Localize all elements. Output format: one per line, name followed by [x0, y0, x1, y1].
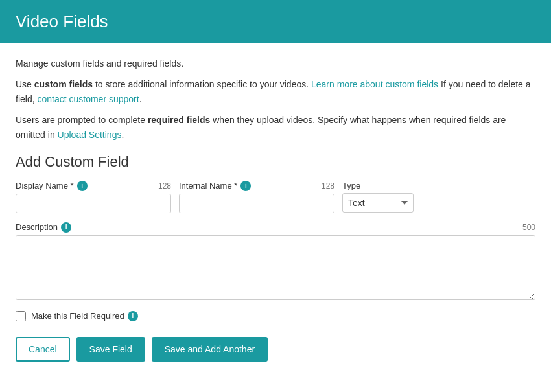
display-name-input[interactable] [16, 194, 171, 213]
bold-required-fields: required fields [148, 115, 210, 125]
page-title: Video Fields [16, 12, 535, 32]
required-checkbox[interactable] [16, 311, 26, 321]
save-and-add-button[interactable]: Save and Add Another [152, 337, 268, 362]
required-label: Make this Field Required i [31, 311, 138, 321]
internal-name-input[interactable] [179, 194, 334, 213]
bold-custom-fields: custom fields [34, 79, 93, 89]
field-row-top: Display Name * i 128 Internal Name * i 1… [16, 181, 535, 213]
required-info-icon[interactable]: i [128, 311, 138, 321]
desc2-mid: to store additional information specific… [95, 79, 311, 89]
description-char-count: 500 [522, 223, 535, 232]
internal-name-char-count: 128 [322, 181, 334, 190]
display-name-info-icon[interactable]: i [77, 181, 88, 191]
description-line2: Use custom fields to store additional in… [16, 77, 535, 106]
description-line3: Users are prompted to complete required … [16, 113, 535, 142]
type-group: Type Text Dropdown Date Number Checkbox [342, 181, 414, 213]
type-label: Type [342, 181, 360, 190]
internal-name-group: Internal Name * i 128 [179, 181, 334, 213]
display-name-char-count: 128 [158, 181, 171, 190]
internal-name-info-icon[interactable]: i [240, 181, 251, 191]
desc3-end: . [121, 130, 124, 140]
upload-settings-link[interactable]: Upload Settings [58, 130, 122, 140]
description-group: Description i 500 [16, 222, 535, 302]
page-header: Video Fields [0, 0, 551, 43]
form-section-title: Add Custom Field [16, 154, 535, 170]
description-info-icon[interactable]: i [61, 222, 71, 233]
desc2-end: . [139, 94, 142, 104]
required-field-row: Make this Field Required i [16, 311, 535, 321]
display-name-label: Display Name * i [16, 181, 88, 191]
internal-name-label: Internal Name * i [179, 181, 251, 191]
display-name-group: Display Name * i 128 [16, 181, 171, 213]
learn-more-link[interactable]: Learn more about custom fields [311, 79, 438, 89]
desc3-prefix: Users are prompted to complete [16, 115, 148, 125]
description-line1: Manage custom fields and required fields… [16, 56, 535, 71]
type-select[interactable]: Text Dropdown Date Number Checkbox [342, 193, 414, 213]
description-textarea[interactable] [16, 235, 535, 300]
description-label: Description i [16, 222, 71, 233]
contact-support-link[interactable]: contact customer support [37, 94, 139, 104]
button-row: Cancel Save Field Save and Add Another [16, 334, 535, 362]
save-field-button[interactable]: Save Field [76, 337, 145, 362]
cancel-button[interactable]: Cancel [16, 337, 70, 362]
